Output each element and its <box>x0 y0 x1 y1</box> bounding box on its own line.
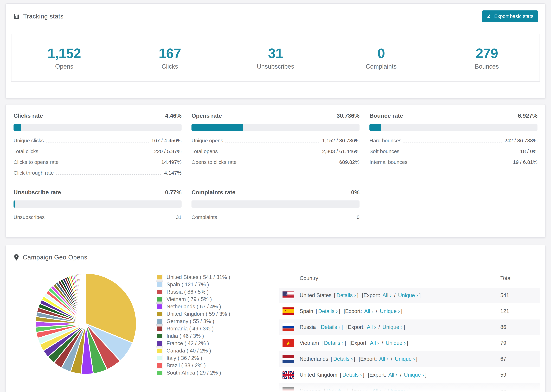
stat-label: Unsubscribes <box>257 63 294 70</box>
metric-row: Clicks to opens rate 14.497% <box>14 159 182 165</box>
country-total: 55 <box>500 388 540 392</box>
pie-slice-other[interactable] <box>86 273 86 324</box>
export-unique-link[interactable]: Unique › <box>382 324 403 330</box>
rate-block: Clicks rate 4.46% Unique clicks 167 / 4.… <box>14 112 182 176</box>
legend-label: Spain ( 121 / 7% ) <box>167 281 209 288</box>
divider <box>6 29 545 29</box>
export-unique-link[interactable]: Unique › <box>404 372 424 378</box>
export-basic-stats-button[interactable]: Export basic stats <box>482 10 538 22</box>
legend-item: South Africa ( 29 / 2% ) <box>156 369 261 377</box>
table-row: Germany [Details ›] [Export: All › / Uni… <box>279 383 540 392</box>
stat-value: 31 <box>268 45 283 61</box>
details-link[interactable]: Details › <box>324 340 343 346</box>
progress-fill <box>369 124 381 131</box>
bracket-text: [ <box>322 340 323 346</box>
dotted-leader <box>410 164 511 164</box>
metric-row: Hard bounces 242 / 86.738% <box>369 138 537 144</box>
page-title: Tracking stats <box>23 13 64 20</box>
export-unique-link[interactable]: Unique › <box>380 308 400 314</box>
export-unique-link[interactable]: Unique › <box>395 356 415 362</box>
legend-swatch <box>156 355 163 361</box>
legend-item: Russia ( 86 / 5% ) <box>156 288 261 295</box>
country-flag-icon <box>283 339 294 347</box>
country-name: Netherlands <box>300 356 328 362</box>
progress-track <box>14 200 182 208</box>
metric-row: Soft bounces 18 / 0% <box>369 148 537 154</box>
dotted-leader <box>403 142 502 142</box>
metric-row: Unique opens 1,152 / 30.736% <box>191 138 360 144</box>
metric-value: 167 / 4.456% <box>151 138 182 144</box>
country-flag-icon <box>283 355 294 363</box>
metric-row: Total opens 2,303 / 61.446% <box>191 148 360 154</box>
export-all-link[interactable]: All › <box>379 356 388 362</box>
metric-row: Click through rate 4.147% <box>14 170 182 176</box>
details-link[interactable]: Details › <box>326 388 346 392</box>
bracket-text: ] <box>401 308 403 314</box>
bracket-text: ] <box>341 324 343 330</box>
metric-label: Internal bounces <box>369 159 407 165</box>
country-flag-icon <box>283 387 294 392</box>
legend-swatch <box>156 333 163 339</box>
export-unique-link[interactable]: Unique › <box>388 388 408 392</box>
legend-label: South Africa ( 29 / 2% ) <box>167 370 221 376</box>
details-link[interactable]: Details › <box>336 292 356 298</box>
bracket-text: [ <box>340 372 341 378</box>
progress-track <box>191 124 360 131</box>
rate-block: Opens rate 30.736% Unique opens 1,152 / … <box>191 112 360 176</box>
metric-label: Soft bounces <box>369 148 399 154</box>
export-unique-link[interactable]: Unique › <box>398 292 418 298</box>
geo-section-title: Campaign Geo Opens <box>23 254 87 261</box>
export-all-link[interactable]: All › <box>367 324 376 330</box>
slash-text: / <box>391 356 392 362</box>
export-prefix-text: [Export: <box>352 388 370 392</box>
export-all-link[interactable]: All › <box>372 388 381 392</box>
rates-grid: Clicks rate 4.46% Unique clicks 167 / 4.… <box>14 112 537 220</box>
metric-row: Unique clicks 167 / 4.456% <box>14 138 182 144</box>
progress-fill <box>14 124 21 131</box>
details-link[interactable]: Details › <box>333 356 353 362</box>
legend-label: Vietnam ( 79 / 5% ) <box>167 296 212 302</box>
stat-value: 167 <box>159 45 181 61</box>
details-link[interactable]: Details › <box>318 308 338 314</box>
export-all-link[interactable]: All › <box>382 292 391 298</box>
rate-title: Unsubscribe rate <box>14 189 61 196</box>
metric-label: Complaints <box>191 214 217 220</box>
legend-item: India ( 46 / 3% ) <box>156 332 261 340</box>
metric-row: Internal bounces 19 / 6.81% <box>369 159 537 165</box>
rate-title: Clicks rate <box>14 112 43 119</box>
dotted-leader <box>219 219 354 219</box>
export-all-link[interactable]: All › <box>370 340 379 346</box>
metric-label: Unique clicks <box>14 138 44 144</box>
export-all-link[interactable]: All › <box>389 372 397 378</box>
bar-chart-icon <box>14 13 20 20</box>
country-name: United Kingdom <box>300 372 338 378</box>
dotted-leader <box>225 142 320 142</box>
legend-item: Canada ( 40 / 2% ) <box>156 347 261 354</box>
export-all-link[interactable]: All › <box>364 308 373 314</box>
progress-track <box>369 124 537 131</box>
metric-row: Opens to clicks rate 689.82% <box>191 159 360 165</box>
rate-title: Complaints rate <box>191 189 235 196</box>
export-unique-link[interactable]: Unique › <box>386 340 406 346</box>
legend-swatch <box>156 362 163 369</box>
column-header-total: Total <box>500 275 540 281</box>
metric-value: 14.497% <box>161 159 182 165</box>
export-icon <box>487 13 492 20</box>
bracket-text: ] <box>363 372 365 378</box>
legend-swatch <box>156 311 163 317</box>
table-row: Netherlands [Details ›] [Export: All › /… <box>279 351 540 367</box>
details-link[interactable]: Details › <box>342 372 362 378</box>
summary-stats-row: 1,152 Opens 167 Clicks 31 Unsubscribes 0… <box>11 34 540 82</box>
geo-table: Country Total United States [Details ›] … <box>279 268 540 392</box>
details-link[interactable]: Details › <box>321 324 340 330</box>
legend-label: United States ( 541 / 31% ) <box>167 274 230 280</box>
table-row: Russia [Details ›] [Export: All › / Uniq… <box>279 319 540 335</box>
legend-item: United Kingdom ( 59 / 3% ) <box>156 310 261 318</box>
table-row: United Kingdom [Details ›] [Export: All … <box>279 367 540 383</box>
export-prefix-text: [Export: <box>346 324 365 330</box>
country-flag-icon <box>283 371 294 379</box>
pie-legend: United States ( 541 / 31% ) Spain ( 121 … <box>156 273 261 377</box>
rate-block: Bounce rate 6.927% Hard bounces 242 / 86… <box>369 112 537 176</box>
bracket-text: ] <box>357 292 359 298</box>
legend-item: Vietnam ( 79 / 5% ) <box>156 295 261 303</box>
